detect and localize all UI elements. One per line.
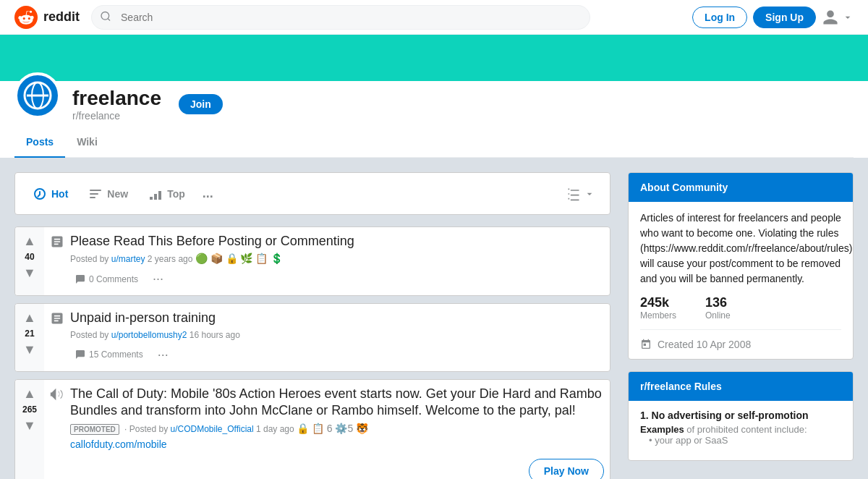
post-title: Please Read This Before Posting or Comme… bbox=[70, 233, 604, 250]
rules-body: 1. No advertising or self-promotion Exam… bbox=[629, 401, 853, 460]
subreddit-name-area: freelance r/freelance bbox=[72, 87, 161, 122]
sort-options: Hot New Top bbox=[24, 180, 219, 207]
join-button[interactable]: Join bbox=[179, 94, 223, 114]
subreddit-header: freelance r/freelance Join Posts Wiki bbox=[0, 81, 868, 158]
downvote-button[interactable]: ▼ bbox=[22, 265, 38, 281]
rules-header: r/freelance Rules bbox=[629, 372, 853, 401]
rule-number-title: 1. No advertising or self-promotion bbox=[640, 410, 841, 421]
sort-new-button[interactable]: New bbox=[80, 181, 137, 207]
post-body: Please Read This Before Posting or Comme… bbox=[70, 233, 604, 289]
post-card-ad[interactable]: ▲ 265 ▼ The Call of Duty: Mobile '80s Ac… bbox=[14, 379, 610, 479]
upvote-button[interactable]: ▲ bbox=[22, 310, 38, 326]
comment-icon bbox=[75, 349, 86, 360]
comments-button[interactable]: 15 Comments bbox=[70, 346, 148, 363]
svg-rect-11 bbox=[158, 191, 161, 200]
signup-button[interactable]: Sign Up bbox=[753, 7, 816, 28]
header-actions: Log In Sign Up bbox=[692, 7, 854, 28]
calendar-icon bbox=[640, 339, 652, 350]
view-button[interactable] bbox=[561, 181, 601, 207]
members-value: 245k bbox=[640, 295, 676, 310]
post-author[interactable]: u/CODMobile_Official bbox=[170, 424, 253, 434]
sort-more-button[interactable]: ... bbox=[197, 180, 219, 207]
online-value: 136 bbox=[705, 295, 731, 310]
about-community-card: About Community Articles of interest for… bbox=[628, 172, 854, 360]
vote-count: 40 bbox=[25, 252, 34, 262]
members-stat: 245k Members bbox=[640, 295, 676, 321]
post-content: The Call of Duty: Mobile '80s Action Her… bbox=[44, 380, 610, 479]
post-title: The Call of Duty: Mobile '80s Action Her… bbox=[70, 386, 604, 420]
about-community-header: About Community bbox=[629, 173, 853, 202]
post-actions: 0 Comments ··· bbox=[70, 268, 604, 289]
subreddit-banner bbox=[0, 35, 868, 81]
post-type-icon bbox=[50, 311, 64, 328]
sort-top-button[interactable]: Top bbox=[140, 181, 194, 207]
post-actions: 15 Comments ··· bbox=[70, 344, 604, 365]
new-icon bbox=[88, 187, 103, 201]
post-card[interactable]: ▲ 40 ▼ Please Read This Before Posting o… bbox=[14, 226, 610, 296]
comments-button[interactable]: 0 Comments bbox=[70, 271, 142, 288]
tab-wiki[interactable]: Wiki bbox=[65, 127, 109, 158]
feed-area: Hot New Top bbox=[14, 172, 610, 479]
about-community-body: Articles of interest for freelancers and… bbox=[629, 202, 853, 359]
examples-label: Examples bbox=[640, 424, 684, 435]
svg-line-2 bbox=[108, 18, 110, 20]
downvote-button[interactable]: ▼ bbox=[22, 417, 38, 433]
subreddit-info: freelance r/freelance Join bbox=[14, 81, 854, 127]
play-now-button[interactable]: Play Now bbox=[529, 459, 604, 479]
subreddit-icon bbox=[14, 72, 61, 119]
search-bar bbox=[91, 5, 590, 30]
svg-point-1 bbox=[101, 12, 109, 20]
community-stats: 245k Members 136 Online bbox=[640, 295, 841, 321]
user-menu[interactable] bbox=[822, 9, 854, 26]
post-title: Unpaid in-person training bbox=[70, 310, 604, 326]
search-input[interactable] bbox=[91, 5, 590, 30]
sort-bar: Hot New Top bbox=[14, 172, 610, 215]
post-content: Please Read This Before Posting or Comme… bbox=[44, 227, 610, 295]
login-button[interactable]: Log In bbox=[692, 7, 747, 28]
search-icon bbox=[100, 10, 111, 24]
post-meta: Posted by u/portobellomushy2 16 hours ag… bbox=[70, 330, 604, 340]
upvote-button[interactable]: ▲ bbox=[22, 386, 38, 402]
sort-hot-button[interactable]: Hot bbox=[24, 181, 77, 207]
created-label: Created 10 Apr 2008 bbox=[658, 339, 751, 350]
svg-rect-8 bbox=[90, 197, 95, 198]
sidebar: About Community Articles of interest for… bbox=[628, 172, 854, 479]
promoted-badge: PROMOTED bbox=[70, 424, 119, 435]
svg-rect-9 bbox=[150, 197, 153, 200]
ad-link[interactable]: callofduty.com/mobile bbox=[70, 438, 604, 450]
view-chevron-icon bbox=[584, 188, 595, 200]
online-label: Online bbox=[705, 310, 731, 321]
downvote-button[interactable]: ▼ bbox=[22, 342, 38, 357]
post-emojis: 🔒 📋 6 ⚙️5 🐯 bbox=[297, 423, 368, 434]
header: reddit Log In Sign Up bbox=[0, 0, 868, 35]
hot-icon bbox=[33, 187, 47, 201]
post-more-button[interactable]: ··· bbox=[148, 268, 168, 289]
view-list-icon bbox=[566, 187, 581, 201]
rules-card: r/freelance Rules 1. No advertising or s… bbox=[628, 371, 854, 461]
post-emojis: 🟢 📦 🔒 🌿 📋 💲 bbox=[195, 253, 283, 264]
members-label: Members bbox=[640, 310, 676, 321]
online-stat: 136 Online bbox=[705, 295, 731, 321]
post-meta: PROMOTED · Posted by u/CODMobile_Officia… bbox=[70, 423, 604, 434]
rule-examples: Examples of prohibited content include: bbox=[640, 424, 841, 435]
post-body: The Call of Duty: Mobile '80s Action Her… bbox=[70, 386, 604, 479]
comment-icon bbox=[75, 274, 86, 285]
logo-area[interactable]: reddit bbox=[14, 6, 80, 29]
vote-column: ▲ 40 ▼ bbox=[15, 227, 44, 295]
subreddit-title: freelance bbox=[72, 87, 161, 110]
post-author[interactable]: u/martey bbox=[111, 254, 145, 264]
post-card[interactable]: ▲ 21 ▼ Unpaid in-person training Posted … bbox=[14, 303, 610, 371]
rule-item: 1. No advertising or self-promotion Exam… bbox=[640, 410, 841, 446]
post-content: Unpaid in-person training Posted by u/po… bbox=[44, 304, 610, 370]
rule-bullet: • your app or SaaS bbox=[640, 435, 841, 446]
post-author[interactable]: u/portobellomushy2 bbox=[111, 330, 187, 340]
subreddit-tabs: Posts Wiki bbox=[14, 127, 854, 158]
tab-posts[interactable]: Posts bbox=[14, 127, 65, 158]
vote-count: 21 bbox=[25, 328, 34, 339]
upvote-button[interactable]: ▲ bbox=[22, 233, 38, 249]
svg-rect-6 bbox=[90, 190, 101, 191]
user-chevron-icon bbox=[842, 12, 854, 23]
post-more-button[interactable]: ··· bbox=[153, 344, 173, 365]
vote-column: ▲ 21 ▼ bbox=[15, 304, 44, 370]
post-type-icon bbox=[50, 234, 64, 251]
